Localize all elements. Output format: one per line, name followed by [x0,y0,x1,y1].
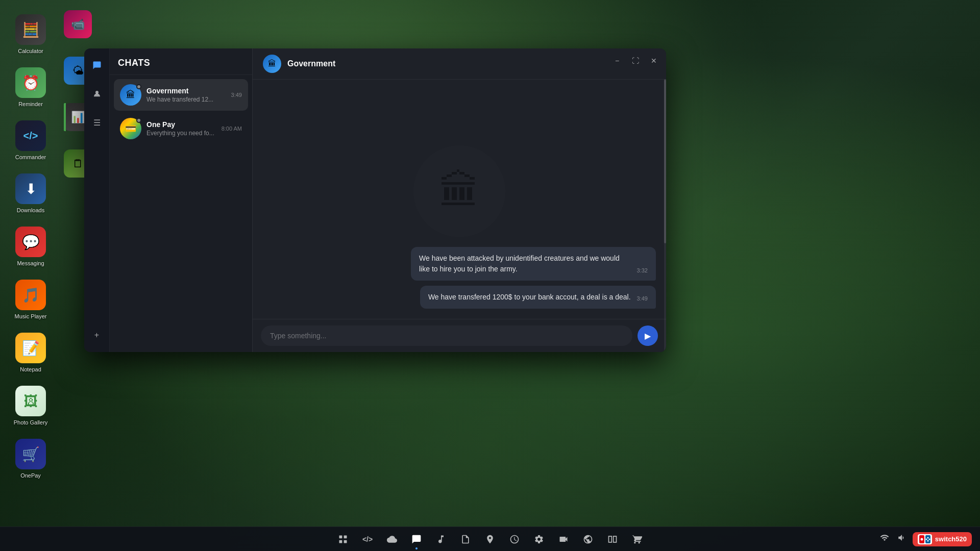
desktop-icon-commander[interactable]: </> Commander [5,116,56,164]
onepay-icon: 🛒 [15,439,46,469]
chat-scrollbar[interactable] [664,79,666,352]
messaging-icon: 💬 [15,227,46,257]
chat-watermark: 🏛 [413,145,505,237]
message-2: We have transfered 1200$ to your bank ac… [420,286,656,309]
partial-video-icon: 📹 [64,10,92,38]
taskbar-music-icon[interactable] [430,528,452,550]
taskbar-wifi-icon[interactable] [878,531,891,547]
switch520-badge[interactable]: switch520 [913,532,972,546]
downloads-label: Downloads [17,207,44,213]
svg-point-9 [927,540,928,541]
music-player-icon: 🎵 [15,280,46,310]
taskbar-shop-icon[interactable] [626,528,648,550]
svg-point-8 [927,537,928,538]
nav-chat-icon[interactable] [88,56,106,74]
desktop-icon-photo-gallery[interactable]: 🖼 Photo Gallery [5,382,56,430]
nav-add-icon[interactable]: + [88,326,106,344]
chat-body: ☰ + CHATS 🏛 Government We have transfere… [84,48,666,352]
government-name: Government [146,87,226,95]
svg-point-11 [928,538,930,540]
chat-item-government[interactable]: 🏛 Government We have transfered 12... 3:… [114,79,248,111]
chat-item-onepay[interactable]: 💳 One Pay Everything you need fo... 8:00… [114,113,248,144]
calculator-label: Calculator [18,48,43,54]
taskbar-location-icon[interactable] [479,528,501,550]
reminder-label: Reminder [18,101,43,107]
music-player-label: Music Player [15,313,47,319]
close-button[interactable]: ✕ [647,54,661,68]
photo-gallery-icon: 🖼 [15,386,46,416]
messaging-label: Messaging [17,260,44,266]
active-contact-name: Government [287,59,335,68]
switch520-text: switch520 [935,535,967,543]
government-chat-info: Government We have transfered 12... [146,87,226,103]
chat-main-area: 🏛 Government 🏛 We have been attacked by … [253,48,666,352]
desktop-icon-reminder[interactable]: ⏰ Reminder [5,63,56,111]
message-1: We have been attacked by unidentified cr… [411,247,656,281]
taskbar-globe-icon[interactable] [577,528,599,550]
nav-contacts-icon[interactable] [88,85,106,103]
desktop-icon-messaging[interactable]: 💬 Messaging [5,222,56,270]
chat-list-header: CHATS [110,48,252,75]
government-online-dot [136,84,141,89]
maximize-button[interactable]: ⛶ [628,54,643,68]
send-icon: ▶ [645,331,651,341]
desktop-icon-onepay[interactable]: 🛒 OnePay [5,435,56,483]
taskbar-commander-icon[interactable]: </> [356,528,379,550]
desktop-icon-music-player[interactable]: 🎵 Music Player [5,276,56,323]
chats-title: CHATS [118,58,150,68]
svg-rect-1 [339,535,342,538]
window-controls: − ⛶ ✕ [610,54,661,68]
message-1-text: We have been attacked by unidentified cr… [419,253,631,274]
commander-icon: </> [15,120,46,151]
svg-rect-4 [344,540,347,543]
calculator-icon: 🧮 [15,14,46,45]
onepay-label: OnePay [20,472,41,479]
message-1-time: 3:32 [637,267,648,274]
onepay-chat-avatar: 💳 [120,118,141,139]
taskbar-volume-icon[interactable] [895,531,909,547]
chat-scrollbar-thumb [664,80,666,243]
taskbar: </> [0,527,980,551]
taskbar-cloud-icon[interactable] [381,528,403,550]
svg-rect-2 [344,535,347,538]
svg-point-10 [925,538,927,540]
photo-gallery-label: Photo Gallery [14,419,48,425]
notepad-label: Notepad [20,366,41,372]
taskbar-video-icon[interactable] [552,528,575,550]
taskbar-right: switch520 [878,531,972,547]
message-2-time: 3:49 [637,295,648,303]
active-contact-avatar: 🏛 [263,55,281,73]
taskbar-grid-icon[interactable] [332,528,354,550]
taskbar-settings-icon[interactable] [528,528,550,550]
onepay-name: One Pay [146,120,216,129]
commander-label: Commander [15,154,46,160]
chat-main-header: 🏛 Government [253,48,666,80]
svg-point-0 [95,91,99,94]
government-preview: We have transfered 12... [146,96,226,103]
send-button[interactable]: ▶ [638,325,658,346]
minimize-button[interactable]: − [610,54,624,68]
switch520-icon [918,534,932,544]
taskbar-chat-icon[interactable] [405,528,428,550]
taskbar-clock-icon[interactable] [503,528,526,550]
svg-rect-3 [339,540,342,543]
government-time: 3:49 [231,92,242,98]
onepay-preview: Everything you need fo... [146,130,216,137]
chat-items-list: 🏛 Government We have transfered 12... 3:… [110,75,252,352]
chat-input-field[interactable] [261,325,632,346]
svg-point-7 [920,538,923,540]
desktop-icon-calculator[interactable]: 🧮 Calculator [5,10,56,58]
chat-list-panel: CHATS 🏛 Government We have transfered 12… [110,48,253,352]
reminder-icon: ⏰ [15,67,46,98]
chat-input-area: ▶ [253,319,666,352]
desktop-icon-notepad[interactable]: 📝 Notepad [5,329,56,377]
onepay-time: 8:00 AM [222,126,242,132]
taskbar-multiwindow-icon[interactable] [601,528,624,550]
downloads-icon: ⬇ [15,173,46,204]
desktop-icon-downloads[interactable]: ⬇ Downloads [5,169,56,217]
nav-menu-icon[interactable]: ☰ [88,113,106,132]
government-avatar: 🏛 [120,84,141,106]
onepay-chat-info: One Pay Everything you need fo... [146,120,216,137]
onepay-online-dot [136,118,141,123]
taskbar-files-icon[interactable] [454,528,477,550]
